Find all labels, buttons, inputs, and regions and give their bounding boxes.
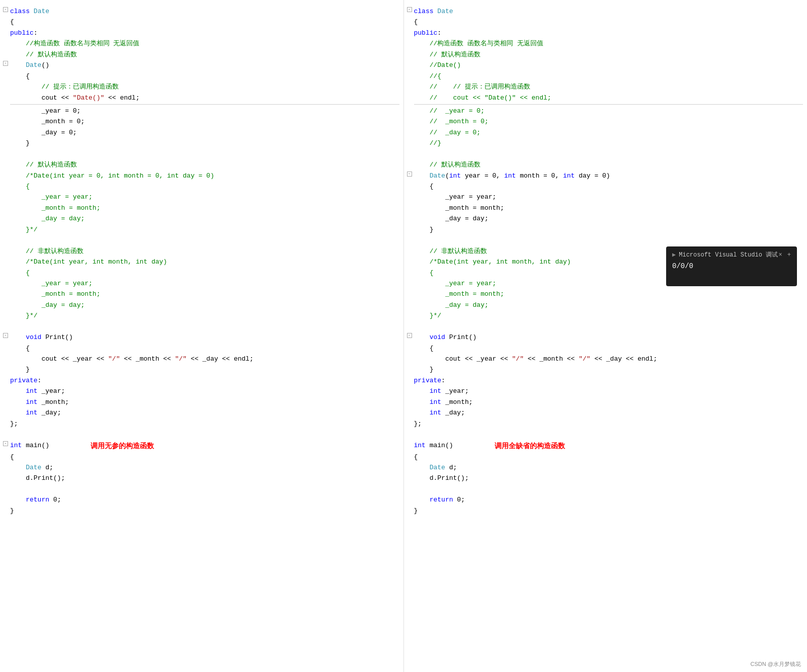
watermark: CSDN @水月梦镜花 <box>751 660 801 668</box>
tooltip-fade <box>672 272 791 282</box>
line-29: { <box>10 343 399 354</box>
r-line-31: } <box>414 364 803 375</box>
line-17: _year = year; <box>10 192 399 202</box>
r-line-4: //构造函数 函数名与类相同 无返回值 <box>414 38 803 49</box>
r-blank4 <box>414 429 803 440</box>
tooltip-title-text: Microsoft Visual Studio 调试 <box>679 250 778 259</box>
line-divider1 <box>10 104 399 105</box>
r-line-37: int main() 调用全缺省的构造函数 <box>414 440 803 452</box>
r-line-39: Date d; <box>414 462 803 473</box>
line-14: // 默认构造函数 <box>10 159 399 170</box>
line-8: // 提示：已调用构造函数 <box>10 81 399 92</box>
main-container: -class Date { public: //构造函数 函数名与类相同 无返回… <box>0 0 807 672</box>
r-blank5 <box>414 484 803 494</box>
line-28: - void Print() <box>10 332 399 343</box>
r-line-17: _year = year; <box>414 192 803 202</box>
line-21: // 非默认构造函数 <box>10 246 399 257</box>
r-line-13: //} <box>414 138 803 148</box>
r-line-36: }; <box>414 418 803 429</box>
r-line-29: { <box>414 343 803 354</box>
r-line-27: }*/ <box>414 310 803 321</box>
r-line-16: { <box>414 181 803 192</box>
r-line-19: _day = day; <box>414 213 803 224</box>
line-blank3 <box>10 321 399 332</box>
line-blank2 <box>10 235 399 245</box>
r-line-6: //Date() <box>414 60 803 70</box>
r-line-10: // _year = 0; <box>414 106 803 116</box>
r-line-25: _month = month; <box>414 289 803 299</box>
collapse-37[interactable]: - <box>3 441 8 446</box>
line-1: -class Date <box>10 6 399 17</box>
r-line-12: // _day = 0; <box>414 127 803 138</box>
line-13: } <box>10 138 399 148</box>
line-10: _year = 0; <box>10 106 399 116</box>
r-line-41: return 0; <box>414 494 803 505</box>
line-36: }; <box>10 418 399 429</box>
line-9: cout << "Date()" << endl; <box>10 93 399 103</box>
tooltip-header: ▶ Microsoft Visual Studio 调试 × + <box>672 250 791 259</box>
r-line-8: // // 提示：已调用构造函数 <box>414 81 803 92</box>
line-35: int _day; <box>10 407 399 418</box>
right-annotation: 调用全缺省的构造函数 <box>495 440 565 452</box>
r-blank3 <box>414 321 803 332</box>
r-line-9: // cout << "Date()" << endl; <box>414 93 803 103</box>
r-line-5: // 默认构造函数 <box>414 49 803 60</box>
line-27: }*/ <box>10 310 399 321</box>
r-blank2 <box>414 235 803 245</box>
line-23: { <box>10 268 399 278</box>
line-26: _day = day; <box>10 300 399 310</box>
r-line-35: int _day; <box>414 407 803 418</box>
tooltip-title: ▶ Microsoft Visual Studio 调试 <box>672 250 778 259</box>
r-line-14: // 默认构造函数 <box>414 159 803 170</box>
r-line-20: } <box>414 224 803 235</box>
line-33: int _year; <box>10 386 399 396</box>
r-line-32: private: <box>414 375 803 386</box>
line-41: return 0; <box>10 494 399 505</box>
r-line-3: public: <box>414 28 803 38</box>
line-30: cout << _year << "/" << _month << "/" <<… <box>10 354 399 364</box>
r-collapse-15[interactable]: - <box>407 172 412 177</box>
r-divider <box>414 104 803 105</box>
right-panel: -class Date { public: //构造函数 函数名与类相同 无返回… <box>404 0 808 672</box>
r-line-11: // _month = 0; <box>414 116 803 127</box>
r-line-26: _day = day; <box>414 300 803 310</box>
line-12: _day = 0; <box>10 127 399 138</box>
tooltip-popup: ▶ Microsoft Visual Studio 调试 × + 0/0/0 <box>666 246 797 286</box>
line-42: } <box>10 506 399 516</box>
line-31: } <box>10 364 399 375</box>
r-line-30: cout << _year << "/" << _month << "/" <<… <box>414 354 803 364</box>
r-line-1: -class Date <box>414 6 803 17</box>
collapse-28[interactable]: - <box>3 333 8 338</box>
line-34: int _month; <box>10 397 399 407</box>
line-37: -int main() 调用无参的构造函数 <box>10 440 399 452</box>
r-line-28: - void Print() <box>414 332 803 343</box>
r-blank1 <box>414 149 803 159</box>
line-18: _month = month; <box>10 203 399 213</box>
collapse-6[interactable]: - <box>3 61 8 66</box>
left-panel: -class Date { public: //构造函数 函数名与类相同 无返回… <box>0 0 404 672</box>
r-line-2: { <box>414 17 803 27</box>
r-collapse-28[interactable]: - <box>407 333 412 338</box>
r-collapse-1[interactable]: - <box>407 7 412 12</box>
line-32: private: <box>10 375 399 386</box>
left-annotation: 调用无参的构造函数 <box>91 440 154 452</box>
line-38: { <box>10 452 399 462</box>
line-11: _month = 0; <box>10 116 399 127</box>
r-line-18: _month = month; <box>414 203 803 213</box>
line-blank5 <box>10 484 399 494</box>
line-5: // 默认构造函数 <box>10 49 399 60</box>
tooltip-close-button[interactable]: × <box>779 251 782 259</box>
line-24: _year = year; <box>10 278 399 289</box>
tooltip-plus-button[interactable]: + <box>787 251 791 259</box>
r-line-40: d.Print(); <box>414 473 803 483</box>
line-16: { <box>10 181 399 192</box>
vs-icon: ▶ <box>672 251 676 259</box>
line-4: //构造函数 函数名与类相同 无返回值 <box>10 38 399 49</box>
line-25: _month = month; <box>10 289 399 299</box>
r-line-34: int _month; <box>414 397 803 407</box>
line-15: /*Date(int year = 0, int month = 0, int … <box>10 171 399 181</box>
r-line-7: //{ <box>414 71 803 81</box>
collapse-1[interactable]: - <box>3 7 8 12</box>
r-line-38: { <box>414 452 803 462</box>
tooltip-value: 0/0/0 <box>672 262 791 270</box>
